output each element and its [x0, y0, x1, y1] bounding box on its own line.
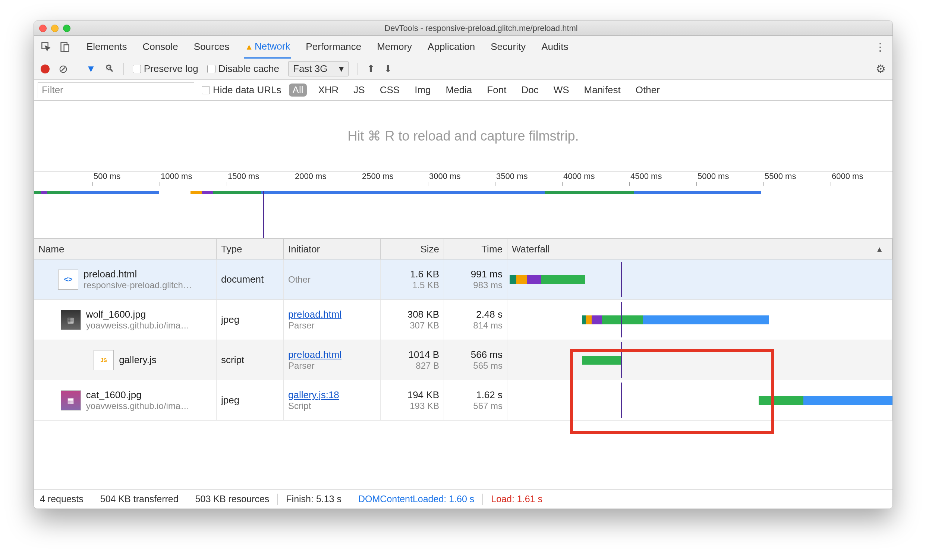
- record-button[interactable]: [41, 65, 49, 74]
- separator: [357, 63, 358, 75]
- column-name[interactable]: Name: [34, 239, 217, 259]
- panel-tabbar: Elements Console Sources ▲Network Perfor…: [34, 36, 892, 58]
- initiator-link[interactable]: preload.html: [288, 349, 376, 360]
- dcl-line: [621, 262, 622, 297]
- status-transferred: 504 KB transferred: [100, 494, 178, 505]
- filter-pill-other[interactable]: Other: [632, 83, 664, 97]
- status-domcontentloaded: DOMContentLoaded: 1.60 s: [358, 494, 474, 505]
- tab-elements[interactable]: Elements: [86, 36, 128, 58]
- timeline-tick: 4500 ms: [631, 171, 662, 181]
- timeline-tick: 2500 ms: [362, 171, 393, 181]
- status-bar: 4 requests 504 KB transferred 503 KB res…: [34, 489, 892, 509]
- column-time[interactable]: Time: [444, 239, 508, 259]
- filmstrip-hint: Hit ⌘ R to reload and capture filmstrip.: [34, 101, 892, 171]
- initiator-link[interactable]: gallery.js:18: [288, 389, 376, 401]
- warning-icon: ▲: [245, 42, 253, 51]
- tab-performance[interactable]: Performance: [305, 36, 362, 58]
- preserve-log-checkbox[interactable]: Preserve log: [133, 63, 198, 75]
- disable-cache-checkbox[interactable]: Disable cache: [207, 63, 279, 75]
- clear-button[interactable]: ⊘: [58, 62, 68, 75]
- download-har-icon[interactable]: ⬇: [384, 63, 392, 75]
- image-file-icon: ▦: [61, 310, 81, 330]
- annotation-highlight-box: [570, 349, 774, 434]
- tab-console[interactable]: Console: [141, 36, 178, 58]
- timeline-tick: 3500 ms: [496, 171, 528, 181]
- timeline-tick: 3000 ms: [429, 171, 460, 181]
- js-file-icon: JS: [94, 350, 114, 370]
- timeline-tick: 500 ms: [94, 171, 120, 181]
- overview-bars: [34, 191, 892, 201]
- column-type[interactable]: Type: [217, 239, 284, 259]
- status-resources: 503 KB resources: [195, 494, 269, 505]
- image-file-icon: ▦: [61, 390, 81, 411]
- search-icon[interactable]: 🔍︎: [105, 63, 114, 75]
- inspect-element-icon[interactable]: [41, 42, 52, 52]
- filter-pill-ws[interactable]: WS: [550, 83, 573, 97]
- throttle-select[interactable]: Fast 3G▾: [288, 61, 348, 77]
- window-zoom-button[interactable]: [63, 25, 71, 32]
- dcl-line: [621, 302, 622, 337]
- status-requests: 4 requests: [40, 494, 83, 505]
- column-waterfall[interactable]: Waterfall▲: [508, 239, 892, 259]
- upload-har-icon[interactable]: ⬆: [367, 63, 375, 75]
- window-title: DevTools - responsive-preload.glitch.me/…: [75, 23, 887, 33]
- tab-network[interactable]: ▲Network: [244, 35, 291, 58]
- hide-data-urls-checkbox[interactable]: Hide data URLs: [202, 84, 281, 96]
- filter-pill-media[interactable]: Media: [442, 83, 476, 97]
- window-titlebar: DevTools - responsive-preload.glitch.me/…: [34, 21, 892, 36]
- more-options-icon[interactable]: ⋮: [875, 40, 886, 53]
- filter-input[interactable]: [38, 82, 194, 98]
- html-file-icon: <>: [58, 269, 78, 290]
- status-load: Load: 1.61 s: [491, 494, 543, 505]
- filter-pill-all[interactable]: All: [289, 83, 307, 97]
- filter-pill-js[interactable]: JS: [350, 83, 368, 97]
- table-row[interactable]: ▦ wolf_1600.jpgyoavweiss.github.io/ima… …: [34, 300, 892, 340]
- filter-pill-font[interactable]: Font: [483, 83, 510, 97]
- initiator-link[interactable]: preload.html: [288, 309, 376, 320]
- filter-pill-manifest[interactable]: Manifest: [580, 83, 624, 97]
- table-header: Name Type Initiator Size Time Waterfall▲: [34, 238, 892, 260]
- filter-bar: Hide data URLs All XHR JS CSS Img Media …: [34, 80, 892, 101]
- timeline-tick: 5500 ms: [764, 171, 796, 181]
- settings-icon[interactable]: ⚙: [876, 62, 886, 75]
- separator: [77, 63, 77, 75]
- filter-toggle-icon[interactable]: ▼: [86, 63, 96, 75]
- dcl-marker: [263, 191, 264, 238]
- tab-memory[interactable]: Memory: [376, 36, 413, 58]
- status-finish: Finish: 5.13 s: [286, 494, 341, 505]
- filter-pill-img[interactable]: Img: [411, 83, 434, 97]
- window-close-button[interactable]: [39, 25, 47, 32]
- tab-security[interactable]: Security: [490, 36, 526, 58]
- column-initiator[interactable]: Initiator: [284, 239, 381, 259]
- timeline-tick: 1500 ms: [228, 171, 259, 181]
- device-toolbar-icon[interactable]: [59, 42, 71, 52]
- column-size[interactable]: Size: [381, 239, 444, 259]
- timeline-tick: 2000 ms: [295, 171, 326, 181]
- sort-indicator-icon: ▲: [876, 245, 883, 254]
- separator: [123, 63, 124, 75]
- timeline-tick: 4000 ms: [563, 171, 595, 181]
- window-minimize-button[interactable]: [51, 25, 58, 32]
- tab-application[interactable]: Application: [427, 36, 476, 58]
- network-toolbar: ⊘ ▼ 🔍︎ Preserve log Disable cache Fast 3…: [34, 58, 892, 80]
- devtools-window: DevTools - responsive-preload.glitch.me/…: [34, 20, 893, 509]
- timeline-tick: 1000 ms: [161, 171, 192, 181]
- svg-rect-2: [64, 45, 69, 51]
- overview-timeline[interactable]: 500 ms 1000 ms 1500 ms 2000 ms 2500 ms 3…: [34, 171, 892, 238]
- timeline-tick: 5000 ms: [698, 171, 729, 181]
- filter-pill-doc[interactable]: Doc: [517, 83, 542, 97]
- tab-audits[interactable]: Audits: [541, 36, 569, 58]
- tab-sources[interactable]: Sources: [193, 36, 230, 58]
- filter-pill-xhr[interactable]: XHR: [314, 83, 342, 97]
- table-row[interactable]: <> preload.htmlresponsive-preload.glitch…: [34, 260, 892, 300]
- filter-pill-css[interactable]: CSS: [376, 83, 403, 97]
- chevron-down-icon: ▾: [339, 63, 344, 75]
- timeline-tick: 6000 ms: [832, 171, 863, 181]
